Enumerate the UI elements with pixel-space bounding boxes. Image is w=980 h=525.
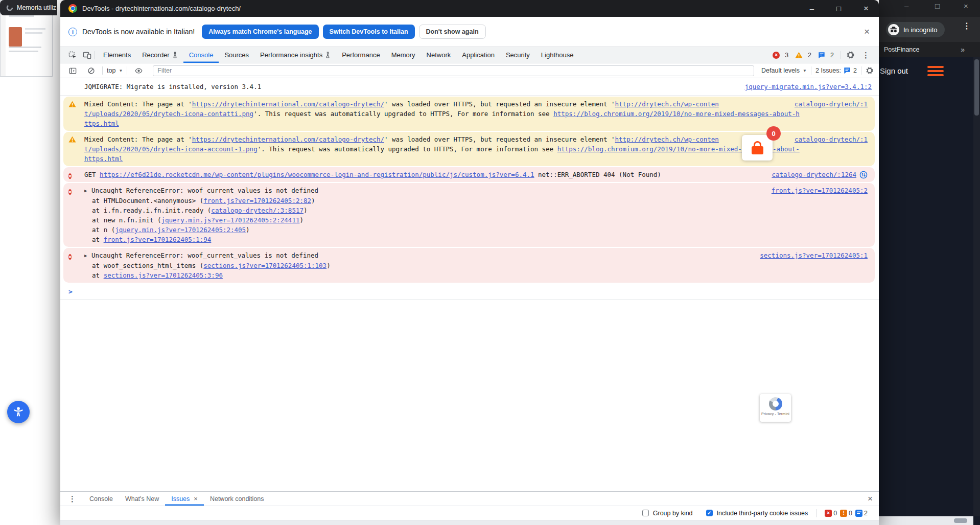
tab-performance-insights[interactable]: Performance insights: [254, 47, 336, 63]
tab-elements[interactable]: Elements: [98, 47, 136, 63]
console-settings-gear-icon[interactable]: [866, 66, 874, 75]
recaptcha-badge[interactable]: Privacy - Termini: [760, 394, 791, 422]
error-count: 3: [785, 52, 788, 59]
request-initiator-icon[interactable]: [859, 171, 868, 179]
browser-menu-kebab-icon[interactable]: ⋮: [961, 21, 973, 31]
settings-gear-icon[interactable]: [846, 51, 855, 59]
error-icon: ×: [68, 189, 72, 195]
devtools-maximize-button[interactable]: □: [836, 4, 841, 13]
drawer-kebab-icon[interactable]: ⋮: [66, 494, 78, 504]
tab-label: Sources: [224, 51, 249, 59]
page-menu-panel: Sign out: [879, 57, 980, 525]
source-location-link[interactable]: catalogo-drytech/:1: [795, 99, 868, 109]
console-link[interactable]: http://drytech.ch/wp-conten: [615, 100, 719, 108]
source-location-link[interactable]: front.js?ver=1701262405:2: [772, 186, 868, 195]
execution-context-dropdown[interactable]: top ▼: [107, 67, 123, 74]
browser-maximize-button[interactable]: □: [935, 2, 940, 10]
console-link[interactable]: http://drytech.ch/wp-conten: [615, 135, 719, 143]
tab-lighthouse[interactable]: Lighthouse: [535, 47, 579, 63]
dont-show-again-button[interactable]: Don't show again: [419, 25, 486, 39]
match-language-button[interactable]: Always match Chrome's language: [202, 25, 318, 39]
tab-application[interactable]: Application: [456, 47, 500, 63]
live-expression-eye-icon[interactable]: [133, 65, 144, 76]
drawer-tab-issues[interactable]: Issues×: [165, 492, 204, 506]
page-scrollbar-thumb[interactable]: [974, 59, 979, 116]
infobar-close-icon[interactable]: ×: [864, 26, 870, 37]
console-link[interactable]: https://drytechinternational.com/catalog…: [192, 100, 384, 108]
console-text: at HTMLDocument.<anonymous> (: [84, 197, 203, 204]
tab-recorder[interactable]: Recorder: [136, 47, 183, 63]
source-location: jquery-migrate.min.js?ver=3.4.1:2: [745, 82, 872, 92]
expand-triangle-icon[interactable]: ▶: [84, 186, 91, 196]
console-link[interactable]: ttps.html: [84, 120, 119, 127]
console-text: Mixed Content: The page at ': [84, 135, 192, 143]
drawer-tab-network-conditions[interactable]: Network conditions: [204, 492, 270, 506]
console-text: at woof_sections_html_items (: [84, 262, 203, 269]
messages-count-icon[interactable]: [818, 52, 825, 59]
console-link[interactable]: t/uploads/2020/05/drytech-icona-contatti…: [84, 110, 253, 118]
login-lock-widget[interactable]: 0: [742, 135, 773, 161]
devtools-minimize-button[interactable]: –: [810, 4, 814, 13]
console-link[interactable]: front.js?ver=1701262405:1:94: [104, 236, 212, 243]
warning-icon: [68, 136, 76, 143]
drawer-tab-close-icon[interactable]: ×: [194, 495, 198, 503]
clear-console-icon[interactable]: [86, 65, 96, 76]
group-by-kind-checkbox[interactable]: [642, 510, 649, 516]
incognito-icon: [888, 24, 899, 35]
source-location-link[interactable]: catalogo-drytech/:1264: [772, 170, 856, 179]
drawer-close-icon[interactable]: ×: [868, 494, 873, 504]
devtools-close-button[interactable]: ×: [864, 4, 869, 14]
bookmarks-overflow-icon[interactable]: »: [961, 45, 965, 54]
horizontal-scrollbar-thumb[interactable]: [954, 518, 967, 523]
device-toolbar-icon[interactable]: [82, 50, 92, 60]
hamburger-menu-icon[interactable]: [927, 66, 944, 78]
drawer-tab-label: Issues: [171, 495, 190, 503]
issues-counter-button[interactable]: 2 Issues: 2: [815, 67, 857, 74]
drawer-tab-console[interactable]: Console: [83, 492, 119, 506]
warning-count: 2: [808, 52, 811, 59]
drawer-tab-what-s-new[interactable]: What's New: [119, 492, 165, 506]
console-link[interactable]: https://ef6d21de.rocketcdn.me/wp-content…: [100, 171, 534, 178]
memory-gauge-icon: [6, 4, 13, 11]
bookmark-postfinance[interactable]: PostFinance: [884, 46, 919, 53]
console-link[interactable]: https://blog.chromium.org/2019/10/no-mor…: [553, 110, 800, 118]
console-link[interactable]: sections.js?ver=1701262405:3:96: [104, 271, 223, 279]
console-text: at n (: [84, 226, 115, 234]
console-link[interactable]: https://drytechinternational.com/catalog…: [192, 135, 384, 143]
console-sidebar-toggle-icon[interactable]: [67, 65, 78, 76]
console-link[interactable]: catalogo-drytech/:3:8517: [211, 207, 304, 214]
source-location-link[interactable]: catalogo-drytech/:1: [795, 134, 868, 144]
log-levels-dropdown[interactable]: Default levels ▼: [761, 67, 807, 74]
tab-security[interactable]: Security: [500, 47, 535, 63]
inspect-element-icon[interactable]: [67, 50, 78, 60]
expand-triangle-icon[interactable]: ▶: [84, 251, 91, 261]
devtools-menu-kebab-icon[interactable]: ⋮: [860, 51, 872, 60]
error-count-icon[interactable]: ×: [773, 52, 780, 59]
devtools-drawer: ⋮ ConsoleWhat's NewIssues×Network condit…: [60, 491, 879, 525]
console-link[interactable]: sections.js?ver=1701262405:1:103: [203, 262, 326, 269]
tab-sources[interactable]: Sources: [219, 47, 254, 63]
tab-console[interactable]: Console: [183, 47, 219, 63]
page-scrollbar[interactable]: [973, 57, 980, 516]
switch-italian-button[interactable]: Switch DevTools to Italian: [323, 25, 415, 39]
console-filter-input[interactable]: [153, 65, 754, 76]
console-link[interactable]: jquery.min.js?ver=1701262405:2:405: [115, 226, 246, 234]
console-link[interactable]: https.html: [84, 155, 123, 163]
sign-out-link[interactable]: Sign out: [880, 66, 908, 75]
browser-minimize-button[interactable]: –: [904, 2, 908, 10]
tab-performance[interactable]: Performance: [336, 47, 385, 63]
source-location-link[interactable]: sections.js?ver=1701262405:1: [760, 250, 868, 260]
console-link[interactable]: front.js?ver=1701262405:2:82: [203, 197, 311, 204]
tab-memory[interactable]: Memory: [386, 47, 421, 63]
warning-count-icon[interactable]: [795, 52, 803, 58]
accessibility-widget-button[interactable]: [7, 401, 30, 423]
console-link[interactable]: t/uploads/2020/05/drytech-icona-account-…: [84, 145, 258, 153]
source-location-link[interactable]: jquery-migrate.min.js?ver=3.4.1:2: [745, 82, 872, 92]
console-link[interactable]: jquery.min.js?ver=1701262405:2:24411: [161, 216, 300, 224]
third-party-cookies-checkbox[interactable]: ✓: [706, 510, 713, 516]
browser-close-button[interactable]: ×: [964, 2, 968, 10]
console-prompt-row[interactable]: >: [60, 284, 879, 300]
tab-network[interactable]: Network: [421, 47, 457, 63]
source-location: catalogo-drytech/:1: [795, 134, 868, 144]
chrome-logo-icon: [68, 4, 77, 13]
